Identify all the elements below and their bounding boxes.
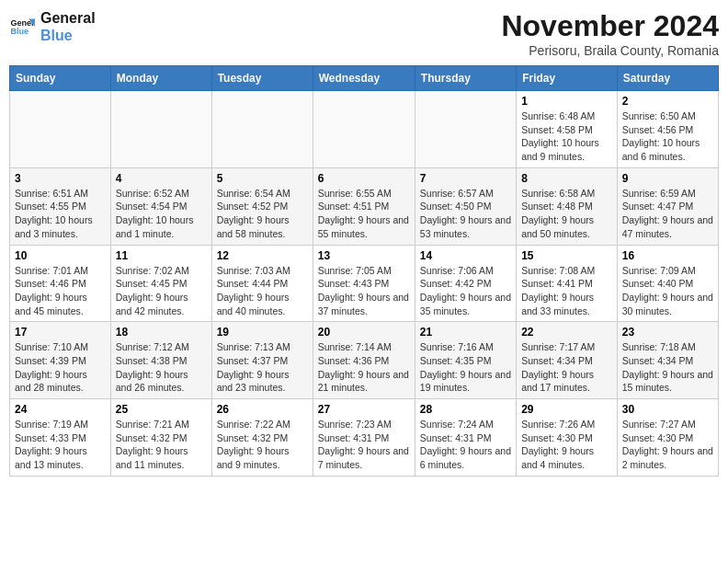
day-info: Sunrise: 6:50 AM Sunset: 4:56 PM Dayligh… bbox=[622, 109, 713, 164]
day-number: 26 bbox=[217, 403, 308, 416]
month-title: November 2024 bbox=[501, 9, 719, 43]
day-number: 14 bbox=[420, 249, 511, 262]
calendar-cell: 1Sunrise: 6:48 AM Sunset: 4:58 PM Daylig… bbox=[517, 91, 618, 168]
day-info: Sunrise: 7:02 AM Sunset: 4:45 PM Dayligh… bbox=[116, 264, 207, 318]
day-info: Sunrise: 6:59 AM Sunset: 4:47 PM Dayligh… bbox=[622, 187, 713, 241]
day-info: Sunrise: 7:19 AM Sunset: 4:33 PM Dayligh… bbox=[15, 418, 106, 472]
calendar-cell: 19Sunrise: 7:13 AM Sunset: 4:37 PM Dayli… bbox=[211, 322, 313, 399]
calendar-cell: 5Sunrise: 6:54 AM Sunset: 4:52 PM Daylig… bbox=[211, 167, 313, 245]
day-number: 12 bbox=[217, 249, 308, 262]
calendar-cell: 6Sunrise: 6:55 AM Sunset: 4:51 PM Daylig… bbox=[313, 167, 415, 245]
calendar-week-3: 10Sunrise: 7:01 AM Sunset: 4:46 PM Dayli… bbox=[10, 245, 719, 322]
calendar-cell bbox=[211, 91, 313, 168]
logo-line2: Blue bbox=[40, 27, 96, 44]
calendar-cell: 9Sunrise: 6:59 AM Sunset: 4:47 PM Daylig… bbox=[617, 167, 718, 245]
day-info: Sunrise: 6:58 AM Sunset: 4:48 PM Dayligh… bbox=[521, 187, 612, 241]
calendar-week-4: 17Sunrise: 7:10 AM Sunset: 4:39 PM Dayli… bbox=[10, 322, 719, 399]
calendar-cell: 12Sunrise: 7:03 AM Sunset: 4:44 PM Dayli… bbox=[211, 245, 313, 322]
day-number: 3 bbox=[15, 172, 106, 185]
svg-text:Blue: Blue bbox=[10, 27, 28, 36]
day-number: 8 bbox=[521, 172, 612, 185]
day-number: 28 bbox=[420, 403, 511, 416]
calendar-cell: 3Sunrise: 6:51 AM Sunset: 4:55 PM Daylig… bbox=[10, 167, 111, 245]
day-info: Sunrise: 6:57 AM Sunset: 4:50 PM Dayligh… bbox=[420, 187, 511, 241]
calendar-cell: 28Sunrise: 7:24 AM Sunset: 4:31 PM Dayli… bbox=[415, 399, 516, 477]
day-info: Sunrise: 7:17 AM Sunset: 4:34 PM Dayligh… bbox=[521, 340, 612, 395]
day-number: 18 bbox=[116, 326, 207, 339]
day-info: Sunrise: 7:13 AM Sunset: 4:37 PM Dayligh… bbox=[217, 340, 308, 395]
day-number: 11 bbox=[116, 249, 207, 262]
calendar-cell: 16Sunrise: 7:09 AM Sunset: 4:40 PM Dayli… bbox=[617, 245, 718, 322]
calendar-header-row: SundayMondayTuesdayWednesdayThursdayFrid… bbox=[10, 66, 719, 91]
day-info: Sunrise: 7:09 AM Sunset: 4:40 PM Dayligh… bbox=[622, 264, 713, 318]
day-info: Sunrise: 7:08 AM Sunset: 4:41 PM Dayligh… bbox=[521, 264, 612, 318]
day-number: 23 bbox=[622, 326, 713, 339]
calendar-cell: 4Sunrise: 6:52 AM Sunset: 4:54 PM Daylig… bbox=[110, 167, 211, 245]
calendar-week-1: 1Sunrise: 6:48 AM Sunset: 4:58 PM Daylig… bbox=[10, 91, 719, 168]
day-info: Sunrise: 7:10 AM Sunset: 4:39 PM Dayligh… bbox=[15, 340, 106, 395]
day-info: Sunrise: 6:51 AM Sunset: 4:55 PM Dayligh… bbox=[15, 187, 106, 241]
day-number: 4 bbox=[116, 172, 207, 185]
day-info: Sunrise: 7:18 AM Sunset: 4:34 PM Dayligh… bbox=[622, 340, 713, 395]
calendar-cell: 20Sunrise: 7:14 AM Sunset: 4:36 PM Dayli… bbox=[313, 322, 415, 399]
day-info: Sunrise: 7:06 AM Sunset: 4:42 PM Dayligh… bbox=[420, 264, 511, 318]
day-number: 30 bbox=[622, 403, 713, 416]
day-number: 27 bbox=[318, 403, 410, 416]
logo: General Blue General Blue bbox=[9, 9, 96, 44]
day-number: 25 bbox=[116, 403, 207, 416]
calendar-cell: 11Sunrise: 7:02 AM Sunset: 4:45 PM Dayli… bbox=[110, 245, 211, 322]
calendar-cell bbox=[10, 91, 111, 168]
calendar-cell: 15Sunrise: 7:08 AM Sunset: 4:41 PM Dayli… bbox=[517, 245, 618, 322]
day-info: Sunrise: 7:14 AM Sunset: 4:36 PM Dayligh… bbox=[318, 340, 410, 395]
calendar-header-thursday: Thursday bbox=[415, 66, 516, 91]
day-number: 9 bbox=[622, 172, 713, 185]
day-info: Sunrise: 7:12 AM Sunset: 4:38 PM Dayligh… bbox=[116, 340, 207, 395]
day-info: Sunrise: 7:27 AM Sunset: 4:30 PM Dayligh… bbox=[622, 418, 713, 472]
day-number: 2 bbox=[622, 95, 713, 108]
day-number: 17 bbox=[15, 326, 106, 339]
calendar-cell bbox=[313, 91, 415, 168]
calendar-week-5: 24Sunrise: 7:19 AM Sunset: 4:33 PM Dayli… bbox=[10, 399, 719, 477]
calendar-cell: 13Sunrise: 7:05 AM Sunset: 4:43 PM Dayli… bbox=[313, 245, 415, 322]
page-header: General Blue General Blue November 2024 … bbox=[9, 9, 719, 58]
day-number: 16 bbox=[622, 249, 713, 262]
day-number: 5 bbox=[217, 172, 308, 185]
location: Perisoru, Braila County, Romania bbox=[501, 43, 719, 58]
day-number: 21 bbox=[420, 326, 511, 339]
day-number: 10 bbox=[15, 249, 106, 262]
day-info: Sunrise: 7:03 AM Sunset: 4:44 PM Dayligh… bbox=[217, 264, 308, 318]
calendar-header-saturday: Saturday bbox=[617, 66, 718, 91]
calendar-cell: 24Sunrise: 7:19 AM Sunset: 4:33 PM Dayli… bbox=[10, 399, 111, 477]
title-area: November 2024 Perisoru, Braila County, R… bbox=[501, 9, 719, 58]
day-number: 29 bbox=[521, 403, 612, 416]
calendar-cell: 7Sunrise: 6:57 AM Sunset: 4:50 PM Daylig… bbox=[415, 167, 516, 245]
calendar-header-sunday: Sunday bbox=[10, 66, 111, 91]
calendar-week-2: 3Sunrise: 6:51 AM Sunset: 4:55 PM Daylig… bbox=[10, 167, 719, 245]
day-number: 20 bbox=[318, 326, 410, 339]
calendar-cell: 18Sunrise: 7:12 AM Sunset: 4:38 PM Dayli… bbox=[110, 322, 211, 399]
day-number: 6 bbox=[318, 172, 410, 185]
day-info: Sunrise: 7:22 AM Sunset: 4:32 PM Dayligh… bbox=[217, 418, 308, 472]
day-info: Sunrise: 6:48 AM Sunset: 4:58 PM Dayligh… bbox=[521, 109, 612, 164]
logo-line1: General bbox=[40, 9, 96, 27]
calendar-header-wednesday: Wednesday bbox=[313, 66, 415, 91]
day-number: 22 bbox=[521, 326, 612, 339]
day-info: Sunrise: 7:16 AM Sunset: 4:35 PM Dayligh… bbox=[420, 340, 511, 395]
day-info: Sunrise: 6:55 AM Sunset: 4:51 PM Dayligh… bbox=[318, 187, 410, 241]
calendar-cell: 8Sunrise: 6:58 AM Sunset: 4:48 PM Daylig… bbox=[517, 167, 618, 245]
calendar-cell: 25Sunrise: 7:21 AM Sunset: 4:32 PM Dayli… bbox=[110, 399, 211, 477]
day-info: Sunrise: 6:54 AM Sunset: 4:52 PM Dayligh… bbox=[217, 187, 308, 241]
calendar-cell: 23Sunrise: 7:18 AM Sunset: 4:34 PM Dayli… bbox=[617, 322, 718, 399]
day-info: Sunrise: 7:05 AM Sunset: 4:43 PM Dayligh… bbox=[318, 264, 410, 318]
calendar-cell: 14Sunrise: 7:06 AM Sunset: 4:42 PM Dayli… bbox=[415, 245, 516, 322]
logo-icon: General Blue bbox=[9, 14, 35, 40]
calendar-header-tuesday: Tuesday bbox=[211, 66, 313, 91]
calendar-cell: 10Sunrise: 7:01 AM Sunset: 4:46 PM Dayli… bbox=[10, 245, 111, 322]
calendar-cell bbox=[415, 91, 516, 168]
day-number: 15 bbox=[521, 249, 612, 262]
calendar-cell bbox=[110, 91, 211, 168]
day-number: 24 bbox=[15, 403, 106, 416]
calendar-cell: 17Sunrise: 7:10 AM Sunset: 4:39 PM Dayli… bbox=[10, 322, 111, 399]
day-info: Sunrise: 7:24 AM Sunset: 4:31 PM Dayligh… bbox=[420, 418, 511, 472]
day-number: 1 bbox=[521, 95, 612, 108]
